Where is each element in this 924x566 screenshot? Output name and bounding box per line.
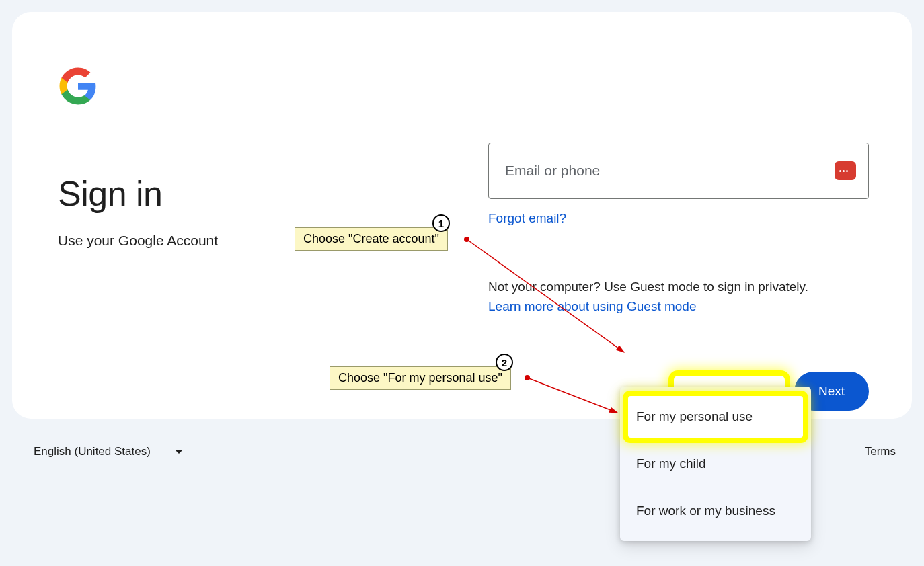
- annotation-badge-2: 2: [496, 354, 513, 371]
- dropdown-item-child[interactable]: For my child: [620, 440, 811, 487]
- chevron-down-icon: [175, 450, 183, 454]
- terms-link[interactable]: Terms: [865, 445, 896, 458]
- annotation-text-2: Choose "For my personal use": [338, 371, 502, 385]
- signin-card: Sign in Use your Google Account Email or…: [12, 12, 912, 419]
- dropdown-item-business[interactable]: For work or my business: [620, 487, 811, 534]
- left-column: Sign in Use your Google Account: [58, 59, 434, 249]
- guest-mode-text: Not your computer? Use Guest mode to sig…: [488, 278, 869, 296]
- email-field[interactable]: Email or phone: [488, 143, 869, 199]
- annotation-badge-1: 1: [432, 214, 450, 232]
- password-manager-icon[interactable]: [835, 161, 856, 180]
- forgot-email-link[interactable]: Forgot email?: [488, 211, 566, 226]
- footer-links: Terms: [865, 445, 896, 458]
- language-selector[interactable]: English (United States): [27, 441, 190, 462]
- annotation-step-1: 1 Choose "Create account": [295, 227, 448, 251]
- annotation-step-2: 2 Choose "For my personal use": [330, 366, 511, 390]
- email-placeholder: Email or phone: [505, 163, 600, 179]
- language-label: English (United States): [34, 445, 151, 458]
- page-title: Sign in: [58, 173, 434, 214]
- dropdown-item-personal[interactable]: For my personal use: [628, 396, 803, 438]
- right-column: Email or phone Forgot email? Not your co…: [488, 143, 869, 411]
- create-account-dropdown: For my personal use For my child For wor…: [620, 387, 811, 541]
- annotation-text-1: Choose "Create account": [303, 232, 439, 245]
- google-logo-icon: [58, 66, 98, 106]
- guest-mode-link[interactable]: Learn more about using Guest mode: [488, 299, 869, 314]
